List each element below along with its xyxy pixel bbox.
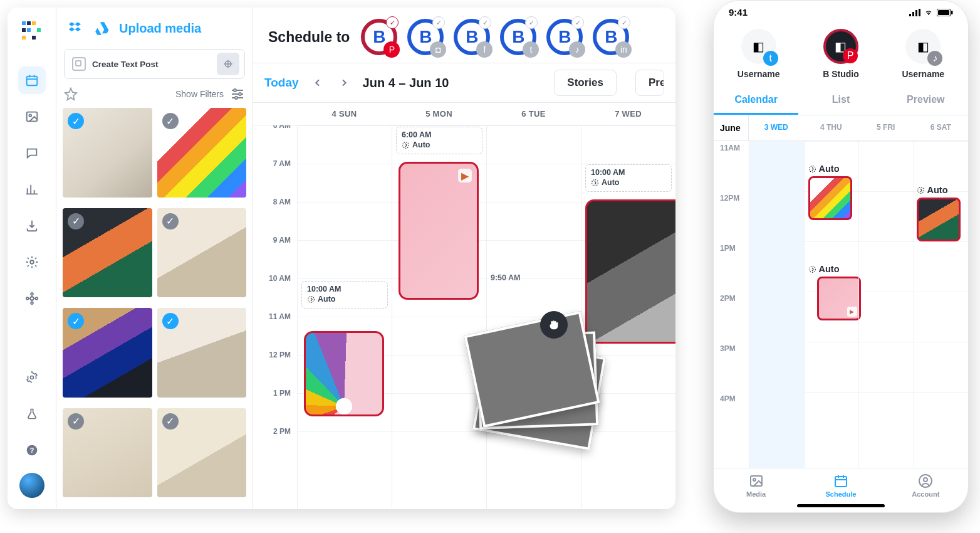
tile-check-icon: ✓ (68, 113, 84, 129)
grab-hand-icon (540, 311, 568, 339)
day-col-sun[interactable]: 10:00 AM Auto (297, 125, 392, 509)
nodes-icon (25, 292, 39, 305)
user-icon (918, 473, 933, 488)
media-tile[interactable]: ✓ (157, 308, 247, 398)
tab-list[interactable]: List (798, 87, 883, 115)
day-col[interactable]: Auto Auto ▶ (804, 141, 859, 468)
dragging-media-stack[interactable] (472, 322, 610, 448)
nav-help[interactable]: ? (18, 436, 46, 464)
nav-linkinbio[interactable] (18, 248, 46, 276)
day-tab[interactable]: 6 SAT (914, 115, 969, 140)
create-text-post[interactable]: Create Text Post (64, 49, 245, 79)
nav-collect[interactable] (18, 212, 46, 240)
bar-chart-icon (25, 182, 39, 196)
day-tab[interactable]: 4 THU (804, 115, 859, 140)
nav-calendar[interactable] (18, 66, 46, 94)
text-post-icon (72, 57, 86, 71)
dropbox-button[interactable] (66, 19, 85, 38)
scheduled-post[interactable]: ▶ (817, 277, 861, 320)
show-filters-button[interactable]: Show Filters (175, 89, 224, 99)
date-range: Jun 4 – Jun 10 (363, 76, 449, 90)
desktop-app-window: ? Upload media Create Text Post Show F (8, 8, 675, 509)
scheduled-post[interactable] (808, 176, 852, 220)
svg-point-15 (308, 296, 315, 302)
day-tab[interactable]: 5 FRI (858, 115, 914, 140)
account-linkedin[interactable]: B✓in (593, 19, 629, 55)
nav-labs[interactable] (18, 400, 46, 428)
account-facebook[interactable]: B✓f (454, 19, 490, 55)
filter-settings-button[interactable] (230, 87, 245, 102)
media-tile[interactable]: ✓ (63, 108, 152, 198)
calendar-controls: Today Jun 4 – Jun 10 Stories Preview (253, 63, 675, 103)
time-slot[interactable]: 10:00 AM Auto (585, 164, 672, 192)
media-tile[interactable]: ✓ (63, 408, 152, 498)
scheduled-post[interactable] (917, 198, 961, 241)
calendar-grid[interactable]: 6 AM7 AM8 AM 9 AM10 AM11 AM 12 PM1 PM2 P… (253, 125, 675, 509)
mobile-app-window: 9:41 ◧t Username ◧P B Studio ◧♪ Username… (713, 0, 969, 513)
svg-point-26 (809, 266, 815, 272)
favorites-filter[interactable] (64, 87, 78, 101)
nav-conversations[interactable] (18, 139, 46, 167)
account-instagram[interactable]: B✓◘ (407, 19, 444, 55)
svg-rect-28 (751, 476, 762, 486)
tab-calendar[interactable]: Calendar (714, 87, 798, 115)
nav-media[interactable] (18, 103, 46, 130)
svg-point-27 (917, 187, 924, 193)
tile-check-icon: ✓ (68, 313, 84, 329)
linkedin-icon: in (615, 41, 632, 58)
auto-label: Auto (917, 185, 948, 195)
home-indicator[interactable] (797, 504, 885, 507)
day-col[interactable] (858, 141, 914, 468)
phone-account[interactable]: ◧♪ Username (885, 29, 961, 79)
day-col-wed[interactable]: 10:00 AM Auto (581, 125, 675, 509)
time-slot[interactable]: 6:00 AM Auto (396, 127, 482, 154)
time-slot[interactable]: 10:00 AM Auto (301, 281, 388, 309)
day-col-mon[interactable]: 6:00 AM Auto ▶ (392, 125, 486, 509)
media-tile[interactable]: ✓ (63, 308, 152, 398)
checkmark-icon: ✓ (432, 16, 445, 29)
upload-media-button[interactable]: Upload media (119, 21, 201, 36)
tiktok-icon: ♪ (569, 41, 585, 58)
tab-preview[interactable]: Preview (884, 87, 968, 115)
account-tiktok[interactable]: B✓♪ (546, 19, 583, 55)
account-twitter[interactable]: B✓t (500, 19, 536, 55)
download-icon (25, 219, 39, 233)
media-tile[interactable]: ✓ (157, 208, 247, 298)
phone-account-name: Username (885, 69, 961, 79)
calendar-icon (833, 473, 848, 488)
upload-bar: Upload media (56, 8, 253, 44)
schedule-header: Schedule to B✓P B✓◘ B✓f B✓t B✓♪ B✓in (253, 8, 675, 63)
day-col[interactable] (749, 141, 804, 468)
tabbar-account[interactable]: Account (884, 473, 968, 498)
drag-handle-icon[interactable] (217, 53, 239, 75)
nav-creators[interactable] (18, 285, 46, 312)
tabbar-schedule[interactable]: Schedule (798, 473, 883, 498)
account-pinterest[interactable]: B✓P (361, 19, 397, 55)
preview-button[interactable]: Preview (635, 70, 664, 96)
phone-account[interactable]: ◧P B Studio (803, 29, 878, 79)
nav-analytics[interactable] (18, 176, 46, 203)
svg-text:?: ? (29, 446, 34, 454)
media-tile[interactable]: ✓ (157, 408, 247, 498)
today-button[interactable]: Today (264, 76, 299, 90)
phone-account[interactable]: ◧t Username (721, 29, 796, 79)
user-avatar[interactable] (19, 473, 44, 498)
checkmark-icon: ✓ (618, 16, 630, 29)
day-tab[interactable]: 3 WED (749, 115, 804, 140)
scheduled-post[interactable]: ▶ (399, 162, 479, 300)
prev-week-button[interactable] (310, 75, 325, 90)
auto-icon (591, 179, 599, 187)
media-tile[interactable]: ✓ (63, 208, 152, 298)
media-tile[interactable]: ✓ (157, 108, 247, 198)
phone-tab-bar: Media Schedule Account (714, 468, 968, 502)
stories-button[interactable]: Stories (554, 70, 617, 96)
google-drive-button[interactable] (93, 19, 112, 38)
scheduled-post[interactable] (304, 331, 384, 416)
svg-point-12 (234, 89, 236, 92)
phone-calendar-grid[interactable]: 11AM12PM1PM 2PM3PM4PM Auto Auto ▶ Auto (714, 141, 968, 468)
star-icon (64, 87, 78, 101)
tabbar-media[interactable]: Media (714, 473, 798, 498)
day-col[interactable]: Auto (914, 141, 969, 468)
next-week-button[interactable] (336, 75, 352, 90)
nav-settings[interactable] (18, 364, 46, 391)
